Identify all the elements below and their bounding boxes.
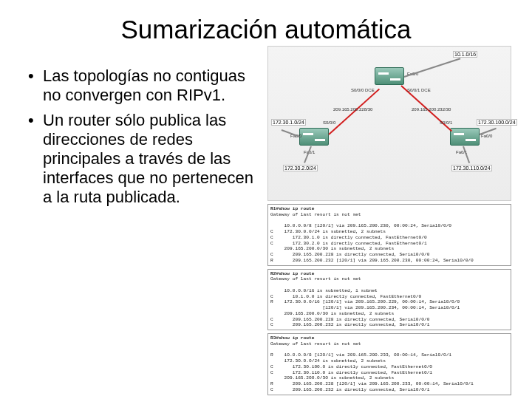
cli-prompt: R1#show ip route	[270, 206, 314, 211]
net-label: 172.30.100.0/24	[477, 119, 517, 126]
port-label: S0/0/0	[323, 120, 335, 125]
net-label: 209.165.200.232/30	[412, 107, 451, 112]
link-line	[463, 146, 470, 163]
cli-output-r1: R1#show ip route Gateway of last resort …	[267, 204, 511, 266]
bullet-list: Las topologías no contiguas no convergen…	[25, 66, 263, 207]
figure-column: 10.1.0/16 Fa0/0 S0/0/0 DCE S0/0/1 DCE 20…	[267, 46, 511, 395]
cli-body: Gateway of last resort is not set R 10.0…	[270, 341, 474, 392]
net-label: 172.30.1.0/24	[271, 119, 306, 126]
cli-prompt: R2#show ip route	[270, 271, 314, 276]
net-label: 172.30.110.0/24	[451, 165, 492, 171]
port-label: S0/0/0 DCE	[351, 88, 375, 92]
bullet-item: Un router sólo publica las direcciones d…	[28, 111, 263, 207]
port-label: S0/0/1 DCE	[407, 88, 431, 92]
bullet-item: Las topologías no contiguas no convergen…	[28, 66, 263, 105]
slide-title: Sumarización automática	[25, 15, 507, 44]
network-topology-diagram: 10.1.0/16 Fa0/0 S0/0/0 DCE S0/0/1 DCE 20…	[267, 46, 511, 201]
net-label: 10.1.0/16	[453, 51, 477, 58]
content-row: Las topologías no contiguas no convergen…	[25, 66, 507, 395]
net-label: 172.30.2.0/24	[283, 165, 318, 171]
text-column: Las topologías no contiguas no convergen…	[25, 66, 263, 395]
link-line	[404, 58, 461, 78]
link-line	[328, 89, 380, 135]
port-label: S0/0/1	[440, 120, 452, 125]
router-icon	[375, 67, 404, 85]
router-icon	[450, 128, 480, 146]
link-line	[304, 146, 312, 163]
cli-output-r3: R3#show ip route Gateway of last resort …	[267, 333, 511, 395]
cli-body: Gateway of last resort is not set 10.0.0…	[270, 212, 474, 263]
cli-prompt: R3#show ip route	[270, 335, 314, 341]
slide: Sumarización automática Las topologías n…	[0, 0, 532, 399]
cli-output-r2: R2#show ip route Gateway of last resort …	[267, 269, 511, 331]
port-label: Fa0/0	[481, 134, 492, 138]
router-icon	[299, 128, 329, 146]
cli-body: Gateway of last resort is not set 10.0.0…	[270, 276, 460, 327]
net-label: 209.165.200.228/30	[333, 107, 372, 112]
